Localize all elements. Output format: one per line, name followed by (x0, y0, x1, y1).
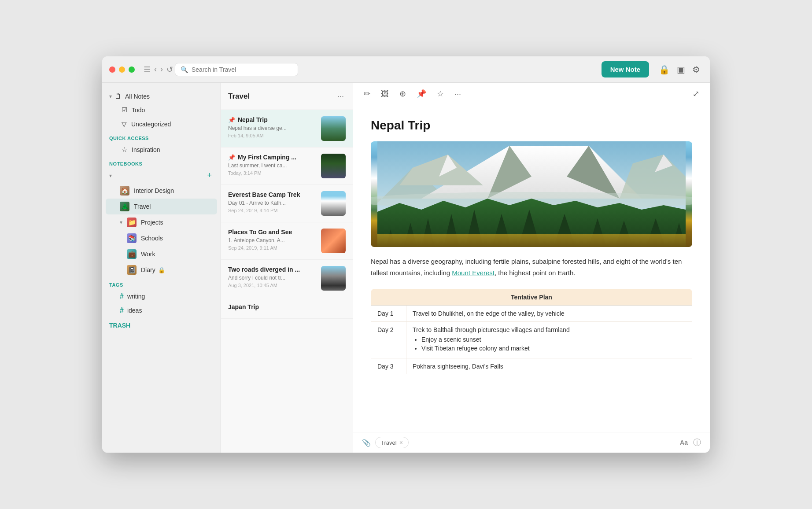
schools-label: Schools (141, 235, 163, 242)
expand-icon[interactable]: ⤢ (691, 87, 701, 100)
note-item-japan[interactable]: Japan Trip (221, 297, 353, 319)
note-item-two-roads[interactable]: Two roads diverged in ... And sorry I co… (221, 260, 353, 297)
notebooks-section-label: NOTEBOOKS (102, 157, 221, 168)
sidebar-item-inspiration[interactable]: ☆ Inspiration (106, 143, 217, 157)
add-icon[interactable]: ⊕ (398, 87, 408, 100)
note-item-everest[interactable]: Everest Base Camp Trek Day 01 - Arrive t… (221, 185, 353, 222)
search-box: 🔍 (175, 63, 298, 76)
tentative-plan-table: Tentative Plan Day 1 Travel to Dhulikhel… (371, 289, 692, 375)
diary-thumb: 📓 (127, 265, 137, 275)
note-date-camping: Today, 3:14 PM (228, 170, 317, 176)
mount-everest-link[interactable]: Mount Everest (452, 269, 495, 277)
sidebar-item-trash[interactable]: TRASH (102, 317, 221, 333)
note-title-row-places: Places To Go and See (228, 229, 317, 236)
day2-bullet-2: Visit Tibetan refugee colony and market (421, 345, 686, 352)
note-title-row-camping: 📌 My First Camping ... (228, 154, 317, 161)
sidebar-item-travel[interactable]: 🌲 Travel (106, 199, 217, 214)
sidebar-tag-writing[interactable]: # writing (106, 289, 217, 303)
info-icon: ⓘ (693, 437, 701, 448)
day2-bullets: Enjoy a scenic sunset Visit Tibetan refu… (413, 336, 686, 352)
sidebar-item-projects[interactable]: ▾ 📁 Projects (106, 214, 217, 230)
maximize-button[interactable] (129, 66, 135, 73)
columns-button[interactable]: ▣ (674, 62, 688, 77)
more-options-icon[interactable]: ··· (453, 88, 463, 100)
add-notebook-button[interactable]: + (205, 171, 214, 180)
day2-label: Day 2 (371, 322, 406, 358)
editor-body: Nepal Trip (353, 105, 710, 432)
note-preview-everest: Day 01 - Arrive to Kath... (228, 200, 317, 206)
todo-icon: ☑ (122, 106, 127, 114)
table-row-day1: Day 1 Travel to Dhulikhel, on the edge o… (371, 306, 692, 322)
note-item-nepal-trip[interactable]: 📌 Nepal Trip Nepal has a diverse ge... F… (221, 110, 353, 148)
day3-content: Pokhara sightseeing, Davi's Falls (406, 358, 692, 375)
lock-button[interactable]: 🔒 (656, 62, 672, 77)
sidebar-all-notes[interactable]: ▾ 🗒 All Notes (102, 90, 221, 103)
main-content: ▾ 🗒 All Notes ☑ Todo ▽ Uncategorized QUI… (102, 83, 710, 453)
note-title-row-roads: Two roads diverged in ... (228, 266, 317, 273)
work-label: Work (141, 251, 155, 258)
image-icon[interactable]: 🖼 (379, 88, 391, 100)
sidebar: ▾ 🗒 All Notes ☑ Todo ▽ Uncategorized QUI… (102, 83, 221, 453)
note-title-places: Places To Go and See (228, 229, 292, 236)
table-row-day2: Day 2 Trek to Balthali through picturesq… (371, 322, 692, 358)
ideas-tag-label: ideas (127, 307, 142, 314)
note-title-nepal: Nepal Trip (238, 116, 268, 123)
note-thumb-camping (321, 154, 346, 178)
sidebar-item-todo[interactable]: ☑ Todo (106, 103, 217, 117)
day2-bullet-1: Enjoy a scenic sunset (421, 336, 686, 343)
note-date-everest: Sep 24, 2019, 4:14 PM (228, 208, 317, 213)
uncategorized-icon: ▽ (122, 120, 127, 128)
sidebar-item-schools[interactable]: 📚 Schools (106, 230, 217, 246)
note-title-everest: Everest Base Camp Trek (228, 191, 300, 198)
tag-remove-button[interactable]: × (399, 439, 403, 446)
note-title-roads: Two roads diverged in ... (228, 266, 300, 273)
note-list-title: Travel (228, 92, 336, 101)
pin-icon-camping: 📌 (228, 154, 235, 161)
uncategorized-label: Uncategorized (131, 121, 171, 128)
settings-button[interactable]: ⚙ (690, 62, 703, 77)
close-button[interactable] (109, 66, 115, 73)
sidebar-toggle-button[interactable]: ☰ (142, 63, 152, 76)
back-button[interactable]: ‹ (152, 63, 159, 76)
note-editor: ✏ 🖼 ⊕ 📌 ☆ ··· ⤢ Nepal Trip (353, 83, 710, 453)
interior-design-thumb: 🏠 (120, 186, 129, 195)
edit-icon[interactable]: ✏ (362, 87, 372, 100)
tags-section-label: TAGS (102, 278, 221, 289)
travel-thumb: 🌲 (120, 202, 129, 211)
note-title-row-nepal: 📌 Nepal Trip (228, 116, 317, 123)
note-item-places[interactable]: Places To Go and See 1. Antelope Canyon,… (221, 222, 353, 260)
mountain-svg (371, 141, 692, 247)
app-window: ☰ ‹ › ↺ 🔍 New Note 🔒 ▣ ⚙ ▾ 🗒 All Notes ☑… (102, 56, 710, 453)
pin-toolbar-icon[interactable]: 📌 (415, 87, 428, 100)
travel-label: Travel (134, 203, 151, 210)
note-date-nepal: Feb 14, 9:05 AM (228, 133, 317, 138)
search-input[interactable] (192, 66, 292, 73)
editor-toolbar: ✏ 🖼 ⊕ 📌 ☆ ··· ⤢ (353, 83, 710, 105)
refresh-button[interactable]: ↺ (165, 63, 175, 76)
projects-chevron-icon: ▾ (120, 219, 122, 225)
schools-thumb: 📚 (127, 233, 137, 243)
star-toolbar-icon[interactable]: ☆ (435, 87, 446, 100)
chevron-icon: ▾ (109, 173, 112, 179)
forward-button[interactable]: › (159, 63, 165, 76)
svg-rect-23 (377, 234, 686, 247)
tag-chip-label: Travel (381, 439, 397, 446)
sidebar-item-work[interactable]: 💼 Work (106, 246, 217, 262)
work-thumb: 💼 (127, 249, 137, 259)
notebooks-header[interactable]: ▾ + (102, 168, 221, 183)
note-list-header: Travel ··· (221, 83, 353, 110)
editor-footer: 📎 Travel × Aa ⓘ (353, 432, 710, 453)
sidebar-item-interior-design[interactable]: 🏠 Interior Design (106, 183, 217, 199)
note-item-camping[interactable]: 📌 My First Camping ... Last summer, I we… (221, 148, 353, 185)
minimize-button[interactable] (119, 66, 125, 73)
sidebar-item-diary[interactable]: 📓 Diary 🔒 (106, 262, 217, 278)
sidebar-tag-ideas[interactable]: # ideas (106, 303, 217, 317)
travel-tag-chip: Travel × (375, 437, 409, 448)
projects-thumb: 📁 (127, 218, 137, 227)
note-list: Travel ··· 📌 Nepal Trip Nepal has a dive… (221, 83, 353, 453)
note-list-menu-button[interactable]: ··· (336, 90, 346, 103)
note-title-japan: Japan Trip (228, 303, 259, 310)
new-note-button[interactable]: New Note (602, 61, 649, 77)
sidebar-item-uncategorized[interactable]: ▽ Uncategorized (106, 117, 217, 131)
note-item-content-places: Places To Go and See 1. Antelope Canyon,… (228, 229, 317, 253)
